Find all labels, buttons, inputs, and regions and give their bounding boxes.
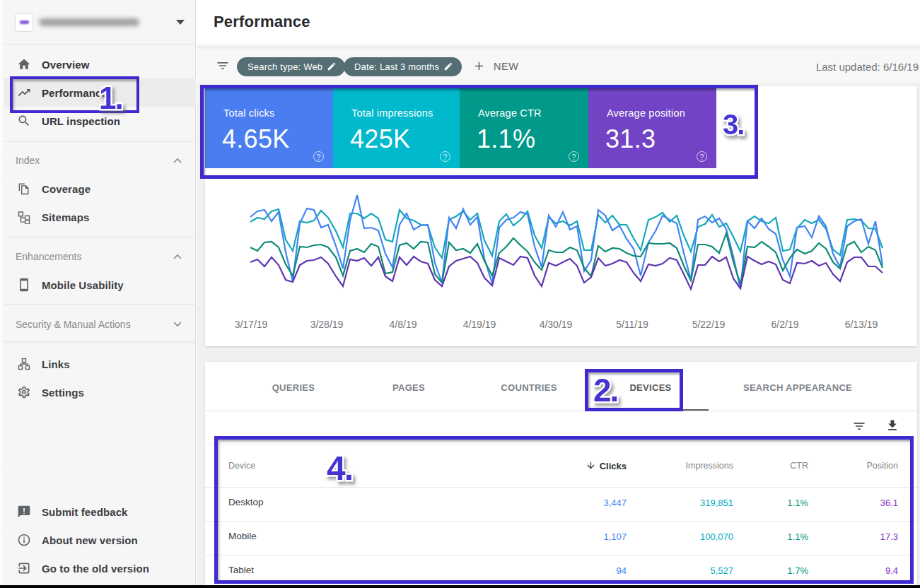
svg-text:4/30/19: 4/30/19 (540, 319, 573, 330)
svg-text:6/2/19: 6/2/19 (771, 319, 799, 330)
svg-text:4.: 4. (327, 449, 352, 487)
svg-text:4/8/19: 4/8/19 (390, 319, 417, 330)
svg-text:3.: 3. (723, 109, 743, 140)
svg-text:6/13/19: 6/13/19 (845, 319, 878, 330)
svg-text:3/17/19: 3/17/19 (235, 319, 268, 330)
svg-text:4/19/19: 4/19/19 (463, 319, 496, 330)
svg-text:3/28/19: 3/28/19 (310, 319, 344, 330)
svg-text:5/11/19: 5/11/19 (616, 319, 648, 330)
svg-text:1.: 1. (99, 81, 122, 115)
svg-text:2.: 2. (593, 372, 617, 408)
svg-text:5/22/19: 5/22/19 (692, 319, 726, 330)
